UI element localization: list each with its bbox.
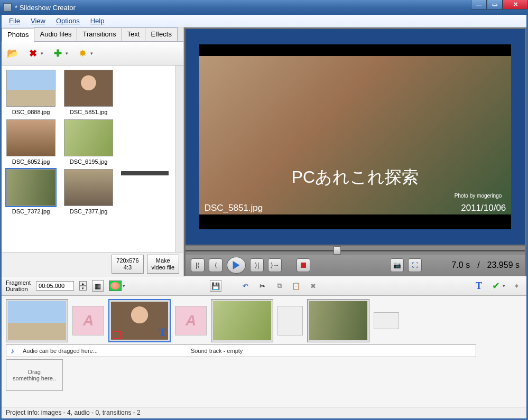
add-icon[interactable]: ✚ — [52, 48, 63, 59]
duration-input[interactable] — [36, 281, 74, 291]
cut-icon[interactable]: ✂ — [256, 280, 268, 292]
delete-clip-icon[interactable]: ✖ — [307, 280, 319, 292]
crop-marker-icon — [113, 331, 121, 339]
effect-icon[interactable]: ✸ — [77, 48, 88, 59]
tab-photos[interactable]: Photos — [2, 28, 34, 42]
snapshot-button[interactable]: 📷 — [390, 258, 404, 272]
timeline-transition[interactable]: A — [72, 306, 104, 335]
preview-area: PCあれこれ探索 Photo by mogeringo DSC_5851.jpg… — [186, 29, 525, 245]
lock-duration-button[interactable]: ▦ — [92, 280, 104, 292]
audio-drag-hint: Audio can be dragged here... — [18, 348, 102, 354]
menu-view[interactable]: View — [26, 16, 50, 26]
tab-transitions[interactable]: Transitions — [77, 27, 122, 41]
resolution-button[interactable]: 720x576 4:3 — [112, 255, 143, 274]
time-current: 7.0 s — [451, 260, 470, 270]
timeline-gap[interactable] — [277, 306, 303, 335]
fragment-toolbar: FragmentDuration ▴▾ ▦ ▾ 💾 ↶ ✂ ⧉ 📋 ✖ T ✔ … — [2, 276, 526, 296]
apply-dropdown-icon[interactable]: ▾ — [503, 283, 505, 288]
drag-target[interactable]: Drag something here.. — [6, 359, 63, 391]
text-marker-icon: T — [159, 325, 166, 339]
go-end-button[interactable]: ⟩→ — [268, 258, 282, 272]
thumb-item[interactable]: DSC_7372.jpg — [6, 169, 56, 214]
preview-filename: DSC_5851.jpg — [205, 203, 263, 213]
apply-icon[interactable]: ✔ — [490, 280, 502, 292]
title-bar: * Slideshow Creator — ▭ ✕ — [0, 0, 528, 15]
effect-dropdown-icon[interactable]: ▾ — [90, 51, 93, 56]
music-note-icon: ♪ — [11, 347, 14, 355]
timeline: A T A ♪ Audio can be dragged here... Sou… — [2, 296, 526, 407]
next-button[interactable]: ⟩| — [250, 258, 264, 272]
undo-icon[interactable]: ↶ — [239, 280, 251, 292]
svg-marker-0 — [233, 261, 240, 269]
tab-effects[interactable]: Effects — [145, 27, 178, 41]
tab-audio[interactable]: Audio files — [34, 27, 77, 41]
delete-dropdown-icon[interactable]: ▾ — [41, 51, 43, 56]
save-icon[interactable]: 💾 — [210, 280, 221, 292]
copy-icon[interactable]: ⧉ — [273, 280, 285, 292]
go-start-button[interactable]: |⟨ — [191, 258, 205, 272]
timeline-clip[interactable] — [6, 299, 68, 342]
preview-image: PCあれこれ探索 Photo by mogeringo DSC_5851.jpg… — [199, 44, 512, 230]
timeline-clip[interactable]: T — [108, 299, 171, 342]
preview-panel: PCあれこれ探索 Photo by mogeringo DSC_5851.jpg… — [184, 27, 526, 276]
time-total: 23.959 s — [487, 260, 520, 270]
tab-text[interactable]: Text — [122, 27, 146, 41]
bgcolor-dropdown-icon[interactable]: ▾ — [123, 283, 125, 288]
timeline-gap[interactable] — [374, 312, 399, 329]
menu-help[interactable]: Help — [86, 16, 109, 26]
close-button[interactable]: ✕ — [503, 0, 528, 10]
menu-bar: File View Options Help — [2, 15, 526, 27]
tab-bar: Photos Audio files Transitions Text Effe… — [2, 27, 183, 42]
add-dropdown-icon[interactable]: ▾ — [66, 51, 68, 56]
thumb-item[interactable]: DSC_6195.jpg — [63, 119, 114, 165]
duration-spinner[interactable]: ▴▾ — [79, 281, 87, 291]
seek-slider[interactable] — [186, 246, 525, 255]
audio-empty-label: Sound track - empty — [187, 348, 247, 354]
thumb-item[interactable]: DSC_7377.jpg — [63, 169, 114, 214]
text-tool-icon[interactable]: T — [473, 280, 485, 292]
wand-icon[interactable]: ✦ — [511, 280, 522, 292]
thumb-item[interactable]: DSC_5851.jpg — [63, 70, 114, 115]
minimize-button[interactable]: — — [471, 0, 487, 10]
app-icon — [3, 3, 12, 12]
stop-button[interactable] — [297, 258, 310, 272]
play-button[interactable] — [227, 257, 246, 274]
open-folder-icon[interactable]: 📂 — [7, 48, 18, 59]
window-title: * Slideshow Creator — [15, 4, 76, 12]
timeline-clip[interactable] — [307, 299, 369, 342]
playback-controls: |⟨ ⟨ ⟩| ⟩→ 📷 ⛶ 7.0 s / 23.959 s — [186, 255, 525, 276]
left-panel: Photos Audio files Transitions Text Effe… — [2, 27, 184, 276]
thumbnail-grid: DSC_0888.jpg DSC_5851.jpg DSC_6052.jpg D… — [2, 66, 175, 252]
fullscreen-button[interactable]: ⛶ — [408, 258, 422, 272]
preview-overlay-text: PCあれこれ探索 — [292, 166, 419, 189]
seek-handle[interactable] — [334, 246, 341, 255]
prev-button[interactable]: ⟨ — [209, 258, 223, 272]
background-color-button[interactable] — [109, 281, 122, 291]
make-video-button[interactable]: Make video file — [147, 255, 179, 274]
thumb-item[interactable]: DSC_6052.jpg — [6, 119, 56, 165]
delete-icon[interactable]: ✖ — [27, 48, 39, 59]
grid-scrollbar[interactable] — [175, 66, 183, 252]
menu-file[interactable]: File — [5, 16, 24, 26]
timeline-clip[interactable] — [211, 299, 273, 342]
menu-options[interactable]: Options — [52, 16, 84, 26]
preview-credit: Photo by mogeringo — [455, 193, 502, 199]
time-sep: / — [477, 260, 479, 270]
maximize-button[interactable]: ▭ — [487, 0, 503, 10]
status-bar: Project info: images - 4, audio - 0, tra… — [2, 407, 526, 418]
photo-toolbar: 📂 ✖ ▾ ✚ ▾ ✸ ▾ — [2, 42, 183, 66]
audio-track[interactable]: ♪ Audio can be dragged here... Sound tra… — [6, 344, 476, 357]
paste-icon[interactable]: 📋 — [290, 280, 302, 292]
fragment-label: FragmentDuration — [6, 279, 31, 292]
thumb-item[interactable]: DSC_0888.jpg — [6, 70, 56, 115]
preview-date: 2011/10/06 — [461, 203, 506, 213]
timeline-transition[interactable]: A — [175, 306, 207, 335]
scroll-hint — [121, 171, 169, 175]
